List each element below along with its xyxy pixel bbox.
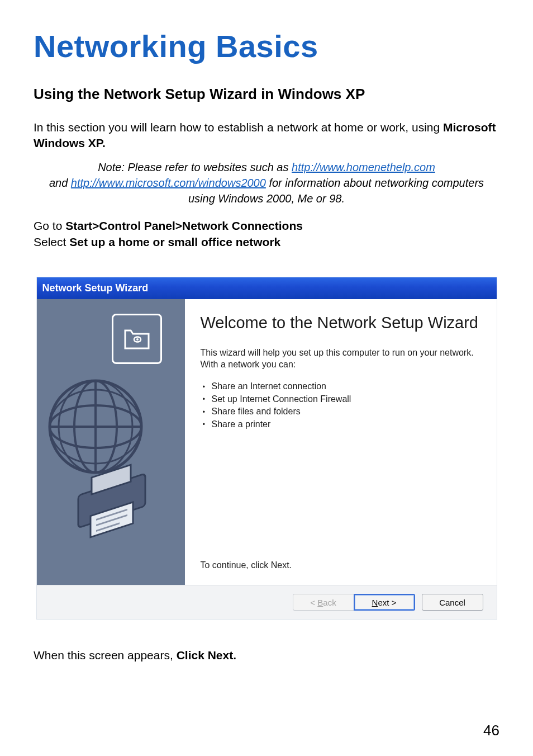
back-suffix: ack xyxy=(323,598,336,607)
network-folder-icon xyxy=(112,314,162,364)
wizard-list-item: Set up Internet Connection Firewall xyxy=(203,393,483,405)
intro-text: In this section you will learn how to es… xyxy=(34,121,443,134)
wizard-heading: Welcome to the Network Setup Wizard xyxy=(201,314,483,332)
after-pre: When this screen appears, xyxy=(34,649,177,662)
wizard-content: Welcome to the Network Setup Wizard This… xyxy=(185,299,497,585)
wizard-body-text: This wizard will help you set up this co… xyxy=(201,347,483,371)
back-prefix: < xyxy=(310,598,317,607)
svg-point-0 xyxy=(136,338,139,341)
wizard-list-item: Share an Internet connection xyxy=(203,380,483,393)
back-mnemonic: B xyxy=(317,598,323,607)
wizard-feature-list: Share an Internet connection Set up Inte… xyxy=(203,380,483,431)
note-prefix: Note: Please refer to websites such as xyxy=(98,161,292,173)
page-number: 46 xyxy=(483,722,499,739)
after-instruction: When this screen appears, Click Next. xyxy=(34,649,499,662)
wizard-list-item: Share files and folders xyxy=(203,405,483,418)
note-paragraph: Note: Please refer to websites such as h… xyxy=(34,159,499,206)
step1-bold: Start>Control Panel>Network Connections xyxy=(65,219,303,232)
steps-paragraph: Go to Start>Control Panel>Network Connec… xyxy=(34,218,499,251)
intro-paragraph: In this section you will learn how to es… xyxy=(34,120,499,152)
page-title: Networking Basics xyxy=(34,28,499,64)
wizard-titlebar: Network Setup Wizard xyxy=(37,277,497,299)
next-suffix: ext > xyxy=(378,598,396,607)
cancel-button[interactable]: Cancel xyxy=(422,594,483,611)
step2-pre: Select xyxy=(34,235,69,248)
wizard-continue-text: To continue, click Next. xyxy=(201,560,483,570)
step2-bold: Set up a home or small office network xyxy=(69,235,280,248)
wizard-titlebar-text: Network Setup Wizard xyxy=(42,282,149,294)
wizard-nav-button-group: < Back Next > xyxy=(293,594,415,611)
printer-icon xyxy=(63,461,163,553)
step1-pre: Go to xyxy=(34,219,65,232)
network-setup-wizard-dialog: Network Setup Wizard xyxy=(36,277,497,620)
wizard-body: Welcome to the Network Setup Wizard This… xyxy=(37,299,497,585)
wizard-button-row: < Back Next > Cancel xyxy=(37,585,497,619)
note-link-2[interactable]: http://www.microsoft.com/windows2000 xyxy=(71,177,266,189)
next-button[interactable]: Next > xyxy=(354,594,415,611)
wizard-side-graphic xyxy=(37,299,185,585)
next-mnemonic: N xyxy=(372,598,378,607)
note-link-1[interactable]: http://www.homenethelp.com xyxy=(292,161,435,173)
after-bold: Click Next. xyxy=(177,649,236,662)
section-heading: Using the Network Setup Wizard in Window… xyxy=(34,86,499,103)
back-button: < Back xyxy=(293,594,354,611)
note-mid1: and xyxy=(49,177,71,189)
wizard-list-item: Share a printer xyxy=(203,418,483,431)
